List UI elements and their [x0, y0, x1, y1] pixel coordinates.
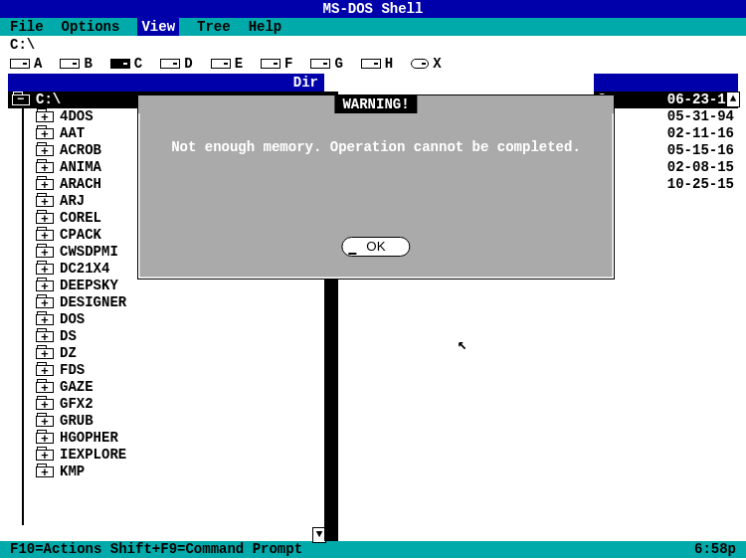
folder-icon: [36, 382, 54, 393]
dialog-title: WARNING!: [334, 95, 417, 113]
folder-icon: [36, 314, 54, 325]
folder-icon: [36, 162, 54, 173]
tree-item[interactable]: GAZE: [8, 379, 324, 396]
folder-icon: [36, 348, 54, 359]
title-bar: MS-DOS Shell: [0, 0, 746, 18]
tree-item[interactable]: DESIGNER: [8, 294, 324, 311]
drive-a[interactable]: A: [10, 56, 42, 72]
drive-icon: [261, 59, 280, 69]
file-row[interactable]: 402-11-16: [594, 125, 738, 142]
file-row[interactable]: 202-08-15: [594, 159, 738, 176]
folder-icon: [36, 264, 54, 275]
scroll-up-icon[interactable]: ▲: [726, 92, 740, 107]
tree-item[interactable]: KMP: [8, 464, 324, 480]
folder-open-icon: [12, 94, 30, 105]
folder-icon: [36, 297, 54, 308]
drive-icon: [361, 59, 381, 69]
folder-icon: [36, 213, 54, 224]
drive-e[interactable]: E: [211, 56, 243, 72]
warning-dialog: WARNING! Not enough memory. Operation ca…: [137, 94, 615, 280]
folder-icon: [36, 128, 54, 139]
drive-icon: [10, 59, 30, 69]
menu-tree[interactable]: Tree: [197, 18, 231, 36]
drive-icon: [160, 59, 180, 69]
folder-icon: [36, 450, 54, 461]
drive-bar: ABCDEFGHX: [0, 54, 746, 74]
menu-help[interactable]: Help: [249, 18, 282, 36]
menu-file[interactable]: File: [10, 18, 44, 36]
drive-icon: [60, 59, 80, 69]
drive-icon: [110, 59, 130, 69]
file-header: [594, 74, 738, 92]
drive-x[interactable]: X: [411, 56, 441, 72]
folder-icon: [36, 230, 54, 241]
drive-f[interactable]: F: [261, 56, 292, 72]
drive-d[interactable]: D: [160, 56, 192, 72]
folder-icon: [36, 179, 54, 190]
folder-icon: [36, 365, 54, 376]
mouse-cursor-icon: ↖: [458, 334, 467, 354]
tree-item[interactable]: IEXPLORE: [8, 447, 324, 464]
menu-options[interactable]: Options: [62, 18, 120, 36]
dialog-message: Not enough memory. Operation cannot be c…: [138, 139, 614, 155]
tree-branch-line: [22, 99, 24, 525]
drive-h[interactable]: H: [361, 56, 393, 72]
file-row[interactable]: 705-15-16: [594, 142, 738, 159]
drive-icon: [211, 59, 231, 69]
tree-item[interactable]: GRUB: [8, 413, 324, 430]
tree-item[interactable]: DZ: [8, 345, 324, 362]
drive-c[interactable]: C: [110, 56, 142, 72]
tree-item[interactable]: DOS: [8, 311, 324, 328]
status-left: F10=Actions Shift+F9=Command Prompt: [10, 541, 302, 558]
file-list-panel: 806-23-16505-31-94402-11-16705-15-16202-…: [594, 74, 738, 193]
tree-item[interactable]: FDS: [8, 362, 324, 379]
file-row[interactable]: 806-23-16: [594, 92, 738, 108]
folder-icon: [36, 433, 54, 444]
folder-icon: [36, 416, 54, 427]
folder-icon: [36, 399, 54, 410]
status-clock: 6:58p: [694, 541, 736, 558]
folder-icon: [36, 196, 54, 207]
menu-bar: FileOptionsViewTreeHelp: [0, 18, 746, 36]
folder-icon: [36, 280, 54, 291]
folder-icon: [36, 111, 54, 122]
folder-icon: [36, 247, 54, 258]
current-path: C:\: [0, 36, 746, 54]
drive-icon: [310, 59, 330, 69]
drive-icon: [411, 59, 429, 69]
app-title: MS-DOS Shell: [323, 1, 424, 17]
tree-header: Dir: [8, 74, 324, 92]
drive-b[interactable]: B: [60, 56, 92, 72]
file-list[interactable]: 806-23-16505-31-94402-11-16705-15-16202-…: [594, 92, 738, 193]
tree-item[interactable]: DS: [8, 328, 324, 345]
tree-item[interactable]: DEEPSKY: [8, 278, 324, 294]
drive-g[interactable]: G: [310, 56, 342, 72]
status-bar: F10=Actions Shift+F9=Command Prompt 6:58…: [0, 541, 746, 558]
file-row[interactable]: 110-25-15: [594, 176, 738, 193]
folder-icon: [36, 467, 54, 477]
ok-button[interactable]: OK: [341, 237, 410, 257]
menu-view[interactable]: View: [137, 18, 179, 36]
tree-item[interactable]: GFX2: [8, 396, 324, 413]
folder-icon: [36, 331, 54, 342]
file-row[interactable]: 505-31-94: [594, 108, 738, 125]
tree-item[interactable]: HGOPHER: [8, 430, 324, 447]
folder-icon: [36, 145, 54, 156]
